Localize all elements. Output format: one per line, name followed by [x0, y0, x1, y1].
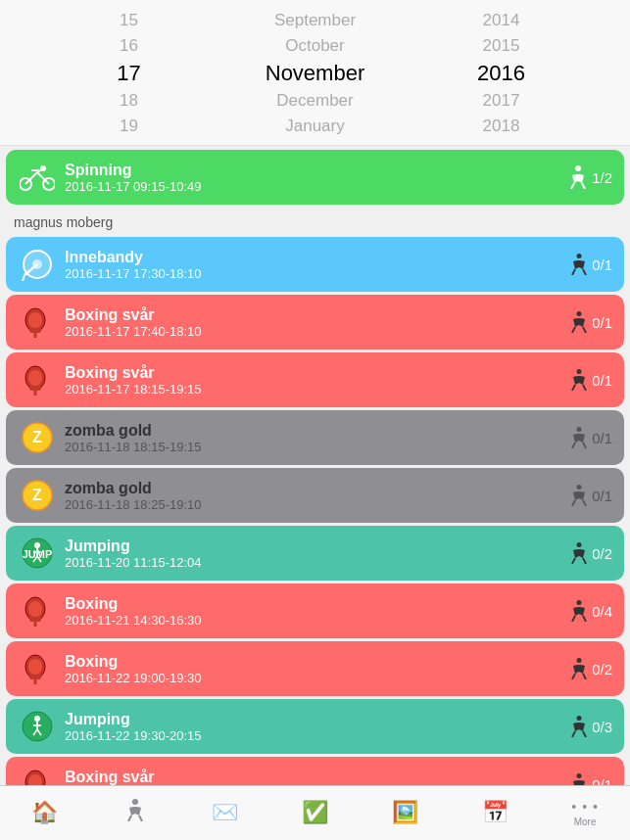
jumping-icon — [18, 707, 57, 746]
username-label: magnus moberg — [0, 209, 630, 234]
event-row[interactable]: Innebandy 2016-11-17 17:30-18:10 0/1 — [6, 237, 624, 292]
svg-point-49 — [577, 542, 582, 547]
nav-activity[interactable] — [90, 798, 180, 829]
home-icon: 🏠 — [31, 800, 58, 825]
event-row[interactable]: Z zomba gold 2016-11-18 18:15-19:15 0/1 — [6, 410, 624, 465]
svg-point-26 — [28, 370, 42, 386]
event-subtitle: 2016-11-17 17:40-18:10 — [65, 324, 570, 339]
active-event-subtitle: 2016-11-17 09:15-10:49 — [65, 179, 568, 194]
event-count: 0/1 — [570, 485, 612, 506]
svg-point-53 — [28, 601, 42, 617]
svg-point-39 — [577, 485, 582, 490]
event-count: 0/1 — [570, 311, 612, 333]
svg-line-64 — [583, 674, 586, 679]
event-text: Boxing 2016-11-21 14:30-16:30 — [65, 595, 570, 628]
month-item[interactable]: September — [208, 8, 423, 33]
month-item-selected[interactable]: November — [208, 59, 423, 88]
svg-line-40 — [583, 500, 586, 506]
svg-text:Z: Z — [32, 429, 42, 445]
event-row[interactable]: Boxing 2016-11-22 19:00-19:30 0/2 — [6, 641, 624, 696]
event-count: 0/2 — [570, 658, 612, 679]
event-title: Boxing — [65, 653, 570, 671]
bike-icon — [18, 158, 57, 197]
event-title: zomba gold — [65, 422, 570, 440]
year-item[interactable]: 2018 — [423, 114, 580, 139]
zumba-icon: Z — [18, 418, 57, 457]
svg-text:Z: Z — [32, 487, 42, 503]
date-picker[interactable]: 15 16 17 18 19 September October Novembe… — [0, 0, 630, 146]
year-item[interactable]: 2015 — [423, 33, 580, 59]
event-row[interactable]: Z zomba gold 2016-11-18 18:25-19:10 0/1 — [6, 468, 624, 523]
svg-point-19 — [28, 312, 42, 328]
event-count: 0/4 — [570, 600, 612, 622]
day-item[interactable]: 16 — [51, 33, 208, 59]
event-row[interactable]: Boxing 2016-11-21 14:30-16:30 0/4 — [6, 583, 624, 638]
svg-rect-61 — [29, 675, 41, 679]
day-item[interactable]: 15 — [51, 8, 208, 33]
year-item[interactable]: 2017 — [423, 88, 580, 114]
event-subtitle: 2016-11-21 14:30-16:30 — [65, 613, 570, 628]
svg-rect-20 — [29, 328, 41, 333]
nav-messages[interactable]: ✉️ — [180, 800, 270, 827]
event-subtitle: 2016-11-17 18:15-19:15 — [65, 382, 570, 397]
year-item-selected[interactable]: 2016 — [423, 59, 580, 88]
nav-tasks[interactable]: ✅ — [270, 800, 361, 827]
boxing-icon — [18, 649, 57, 688]
svg-point-72 — [577, 716, 582, 721]
svg-point-15 — [577, 254, 582, 258]
year-item[interactable]: 2014 — [423, 8, 580, 33]
svg-point-60 — [28, 659, 42, 675]
event-count: 0/1 — [570, 427, 612, 448]
jumping-icon: JUMP — [18, 534, 57, 573]
nav-more[interactable]: • • • More — [540, 799, 630, 827]
day-item[interactable]: 19 — [51, 114, 208, 139]
month-item[interactable]: January — [208, 114, 423, 139]
nav-home[interactable]: 🏠 — [0, 800, 90, 827]
svg-point-7 — [575, 165, 581, 171]
svg-line-73 — [583, 731, 586, 737]
floorball-icon — [18, 245, 57, 284]
event-title: Jumping — [65, 537, 570, 555]
svg-line-14 — [23, 275, 24, 281]
nav-gallery[interactable]: 🖼️ — [360, 800, 450, 827]
gallery-icon: 🖼️ — [392, 800, 418, 825]
day-column[interactable]: 15 16 17 18 19 — [51, 8, 208, 139]
month-item[interactable]: October — [208, 33, 423, 59]
event-row[interactable]: JUMP Jumping 2016-11-20 11:15-12:04 0/2 — [6, 526, 624, 581]
svg-line-31 — [572, 385, 575, 391]
month-item[interactable]: December — [208, 88, 423, 114]
event-title: Boxing svår — [65, 364, 570, 382]
event-text: Boxing svår 2016-11-17 18:15-19:15 — [65, 364, 570, 397]
day-item[interactable]: 18 — [51, 88, 208, 114]
day-item-selected[interactable]: 17 — [51, 59, 208, 88]
svg-line-58 — [572, 616, 575, 622]
year-column[interactable]: 2014 2015 2016 2017 2018 — [423, 8, 580, 139]
active-event-text: Spinning 2016-11-17 09:15-10:49 — [65, 162, 568, 194]
nav-calendar[interactable]: 📅 — [450, 800, 540, 827]
zumba-icon: Z — [18, 476, 57, 515]
svg-rect-54 — [29, 617, 41, 622]
svg-point-56 — [577, 600, 582, 605]
boxing-icon — [18, 303, 57, 342]
month-column[interactable]: September October November December Janu… — [208, 8, 423, 139]
svg-line-65 — [572, 674, 575, 679]
event-text: Boxing svår 2016-11-17 17:40-18:10 — [65, 306, 570, 339]
event-title: Boxing svår — [65, 306, 570, 324]
svg-rect-27 — [29, 386, 41, 391]
active-event-row[interactable]: Spinning 2016-11-17 09:15-10:49 1/2 — [6, 150, 624, 205]
event-subtitle: 2016-11-17 17:30-18:10 — [65, 266, 570, 281]
event-row[interactable]: Boxing svår 2016-11-17 18:15-19:15 0/1 — [6, 352, 624, 407]
svg-point-67 — [34, 716, 40, 722]
event-text: Boxing 2016-11-22 19:00-19:30 — [65, 653, 570, 685]
svg-line-23 — [583, 327, 586, 333]
event-row[interactable]: Jumping 2016-11-22 19:30-20:15 0/3 — [6, 699, 624, 754]
svg-line-41 — [572, 500, 575, 506]
svg-line-74 — [572, 731, 575, 737]
event-subtitle: 2016-11-22 19:00-19:30 — [65, 671, 570, 685]
bottom-nav: 🏠 ✉️ ✅ 🖼️ 📅 • • • More — [0, 785, 630, 840]
event-subtitle: 2016-11-18 18:15-19:15 — [65, 440, 570, 454]
active-event-title: Spinning — [65, 162, 568, 179]
more-label: More — [574, 817, 597, 827]
event-row[interactable]: Boxing svår 2016-11-17 17:40-18:10 0/1 — [6, 295, 624, 350]
event-text: Jumping 2016-11-20 11:15-12:04 — [65, 537, 570, 570]
